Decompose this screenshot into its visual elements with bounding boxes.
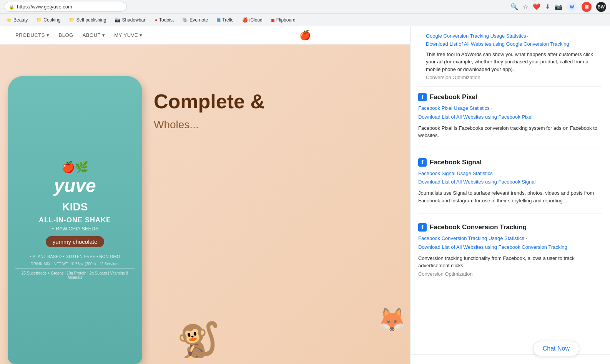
bookmark-todoist-label: Todoist (159, 17, 174, 23)
hero-title: Complete & (154, 91, 429, 113)
fb-pixel-stats-link[interactable]: Facebook Pixel Usage Statistics (418, 104, 490, 113)
can-product-label: KIDS (62, 201, 88, 213)
chat-now-button[interactable]: Chat Now (533, 341, 579, 356)
chat-button-area: Chat Now (411, 354, 610, 364)
facebook-signal-section: f Facebook Signal Facebook Signal Usage … (418, 158, 602, 214)
main-area: PRODUCTS ▾ BLOG ABOUT ▾ MY YUVE ▾ 🍎 🍎🌿 y… (0, 26, 610, 364)
bookmark-icloud-label: iCloud (249, 17, 263, 23)
bookmark-self-publishing[interactable]: 📁 Self publishing (66, 16, 109, 24)
sidebar-scrollable[interactable]: Google Conversion Tracking Usage Statist… (411, 26, 610, 354)
google-download-link[interactable]: Download List of All Websites using Goog… (426, 40, 569, 48)
bookmark-flipboard-label: Flipboard (276, 17, 296, 23)
bookmark-trello-icon: ▦ (216, 17, 221, 23)
facebook-pixel-description: Facebook Pixel is Facebooks conversion t… (418, 124, 602, 139)
fb-signal-stats-link[interactable]: Facebook Signal Usage Statistics (418, 170, 493, 178)
browser-chrome: 🔒 https://www.getyuve.com 🔍 ☆ ❤️ ⬇ 📷 W ▦… (0, 0, 610, 14)
can-bottom-info: 25 Superfoods + Greens | 10g Protein | 2… (15, 268, 135, 280)
google-conversion-section: Google Conversion Tracking Usage Statist… (418, 32, 602, 87)
facebook-conversion-header: f Facebook Conversion Tracking (418, 223, 602, 232)
bookmark-beauty-label: Beauty (13, 17, 28, 23)
fb-signal-download-link[interactable]: Download List of All Websites using Face… (418, 178, 535, 186)
monkey-decoration: 🐒 (177, 320, 220, 360)
bookmarks-bar: ⭐ Beauty 📁 Cooking 📁 Self publishing 📷 S… (0, 14, 610, 26)
ext-dark-icon[interactable]: BW (596, 2, 606, 12)
lock-icon: 🔒 (9, 4, 15, 10)
download-icon[interactable]: ⬇ (545, 3, 550, 10)
link-sep-1: · (527, 32, 529, 40)
bookmark-flipboard-icon: ◼ (271, 17, 275, 23)
bookmark-beauty[interactable]: ⭐ Beauty (3, 16, 31, 24)
nav-links: PRODUCTS ▾ BLOG ABOUT ▾ MY YUVE ▾ (15, 32, 143, 38)
bookmark-todoist-icon: ● (155, 17, 158, 23)
ext-red-icon[interactable]: ▦ (582, 2, 592, 12)
nav-about[interactable]: ABOUT ▾ (83, 32, 105, 38)
can-brand-label: yuve (54, 175, 96, 196)
can-seeds-label: + RAW CHIA SEEDS (52, 226, 99, 232)
hero-subtitle: Wholes... (154, 119, 429, 131)
can-flavor-label: yummy chocolate (46, 236, 105, 247)
bookmark-todoist[interactable]: ● Todoist (152, 16, 177, 24)
bookmark-evernote-icon: 🐘 (182, 17, 188, 23)
facebook-signal-icon: f (418, 158, 427, 167)
bookmark-cooking-label: Cooking (43, 17, 60, 23)
wiki-ext-icon[interactable]: W (567, 2, 577, 12)
nav-my-yuve[interactable]: MY YUVE ▾ (114, 32, 142, 38)
facebook-conversion-links: Facebook Conversion Tracking Usage Stati… (418, 235, 602, 251)
facebook-conversion-icon: f (418, 223, 427, 232)
bookmark-beauty-icon: ⭐ (6, 17, 12, 23)
star-icon[interactable]: ☆ (523, 3, 528, 10)
heart-icon[interactable]: ❤️ (533, 3, 540, 10)
can-weight: DRINK MIX · NET WT. 10.58oz (300g) · 12 … (30, 262, 119, 266)
bookmark-trello-label: Trello (222, 17, 234, 23)
facebook-pixel-links: Facebook Pixel Usage Statistics · Downlo… (418, 104, 602, 121)
facebook-conversion-description: Conversion tracking functionality from F… (418, 255, 602, 270)
bookmark-shadowban-label: Shadowban (122, 17, 146, 23)
fb-pixel-sep: · (491, 104, 493, 113)
bookmark-shadowban[interactable]: 📷 Shadowban (111, 16, 149, 24)
nav-logo: 🍎 (299, 30, 311, 41)
product-can: 🍎🌿 yuve KIDS ALL-IN-ONE SHAKE + RAW CHIA… (8, 76, 142, 364)
fb-conversion-sep: · (526, 235, 527, 243)
facebook-pixel-icon: f (418, 93, 427, 101)
google-stats-link[interactable]: Google Conversion Tracking Usage Statist… (426, 32, 526, 40)
can-shake-label: ALL-IN-ONE SHAKE (39, 216, 111, 224)
bookmark-flipboard[interactable]: ◼ Flipboard (268, 16, 299, 24)
bookmark-evernote-label: Evernote (189, 17, 208, 23)
facebook-pixel-header: f Facebook Pixel (418, 93, 602, 101)
facebook-conversion-tag: Conversion Optimization (418, 271, 602, 277)
facebook-signal-title: Facebook Signal (430, 159, 482, 166)
facebook-pixel-section: f Facebook Pixel Facebook Pixel Usage St… (418, 93, 602, 149)
fb-conversion-download-link[interactable]: Download List of All Websites using Face… (418, 243, 567, 251)
nav-products[interactable]: PRODUCTS ▾ (15, 32, 50, 38)
bookmark-trello[interactable]: ▦ Trello (213, 16, 237, 24)
bookmark-self-publishing-icon: 📁 (69, 17, 75, 23)
google-conversion-description: This free tool in AdWords can show you w… (426, 51, 595, 73)
facebook-signal-description: Journalists use Signal to surface releva… (418, 189, 602, 204)
address-bar[interactable]: 🔒 https://www.getyuve.com (4, 2, 127, 12)
facebook-conversion-title: Facebook Conversion Tracking (430, 223, 527, 231)
fb-pixel-download-link[interactable]: Download List of All Websites using Face… (418, 113, 532, 121)
monkey-right-decoration: 🦊 (377, 306, 406, 333)
can-claims: • PLANT-BASED • GLUTEN-FREE • NON-GMO (30, 254, 120, 259)
bookmark-icloud-icon: 🍎 (242, 17, 248, 23)
facebook-signal-header: f Facebook Signal (418, 158, 602, 167)
url-text: https://www.getyuve.com (17, 4, 72, 10)
bookmark-cooking-icon: 📁 (36, 17, 42, 23)
bookmark-cooking[interactable]: 📁 Cooking (33, 16, 63, 24)
camera-icon[interactable]: 📷 (555, 3, 562, 10)
bookmark-shadowban-icon: 📷 (115, 17, 120, 23)
hero-text: Complete & Wholes... (154, 91, 429, 131)
browser-icons: 🔍 ☆ ❤️ ⬇ 📷 W ▦ BW (510, 2, 606, 12)
fb-signal-sep: · (494, 170, 496, 178)
sidebar-panel: Google Conversion Tracking Usage Statist… (410, 26, 610, 364)
search-icon[interactable]: 🔍 (510, 3, 518, 10)
fb-conversion-stats-link[interactable]: Facebook Conversion Tracking Usage Stati… (418, 235, 524, 243)
facebook-signal-links: Facebook Signal Usage Statistics · Downl… (418, 170, 602, 187)
facebook-pixel-title: Facebook Pixel (430, 93, 477, 101)
google-conversion-links: Google Conversion Tracking Usage Statist… (426, 32, 595, 48)
bookmark-evernote[interactable]: 🐘 Evernote (179, 16, 211, 24)
nav-blog[interactable]: BLOG (59, 32, 73, 38)
bookmark-icloud[interactable]: 🍎 iCloud (239, 16, 266, 24)
google-conversion-tag: Conversion Optimization (426, 74, 595, 80)
bookmark-self-publishing-label: Self publishing (76, 17, 106, 23)
